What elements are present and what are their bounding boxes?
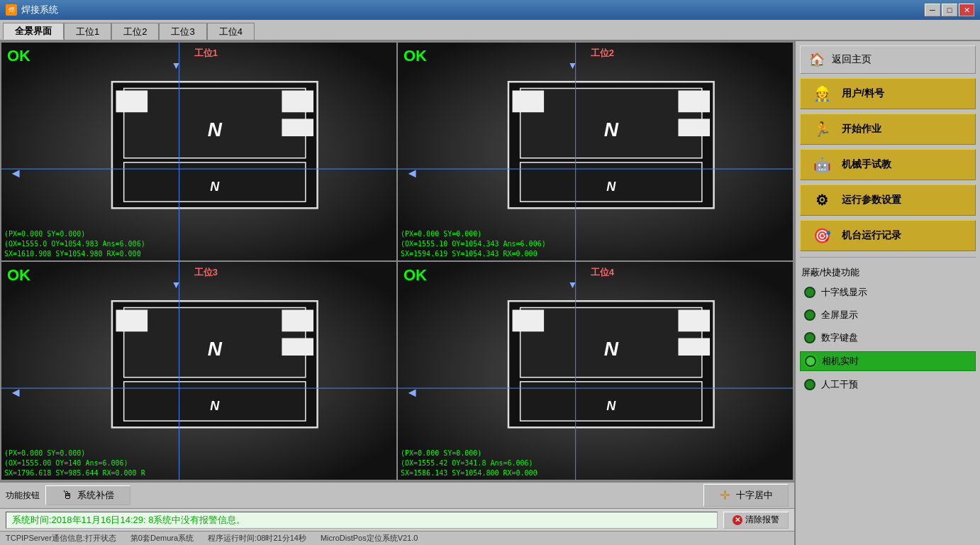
app-title: 焊接系统 bbox=[21, 4, 58, 16]
shortcut-fullscreen[interactable]: 全屏显示 bbox=[800, 306, 976, 324]
home-icon: 🏠 bbox=[809, 52, 825, 67]
status-overlay-3: (PX=0.000 SY=0.000) (OX=1555.00 OY=140 A… bbox=[4, 448, 145, 478]
station-label-1: 工位1 bbox=[194, 47, 218, 60]
close-button[interactable]: ✕ bbox=[959, 4, 974, 16]
station-label-2: 工位2 bbox=[591, 47, 614, 60]
system-comp-button[interactable]: 🖱 系统补偿 bbox=[45, 485, 130, 505]
camera-grid: N N ◄ ▼ bbox=[0, 41, 794, 481]
svg-text:N: N bbox=[208, 338, 223, 360]
tab-station4[interactable]: 工位4 bbox=[207, 23, 255, 40]
svg-rect-35 bbox=[116, 310, 148, 332]
status-overlay-4: (PX=0.000 SY=0.000) (OX=1555.42 OY=341.8… bbox=[401, 448, 538, 478]
status-bar: 系统时间:2018年11月16日14:29: 8系统中没有报警信息。 ✕ 清除报… bbox=[0, 508, 794, 531]
robot-teach-button[interactable]: 🤖 机械手试教 bbox=[800, 149, 976, 180]
shortcut-manual[interactable]: 人工干预 bbox=[800, 375, 976, 394]
manual-shortcut-label: 人工干预 bbox=[821, 378, 971, 391]
shortcut-section-label: 屏蔽/快捷功能 bbox=[800, 266, 976, 279]
func-label: 功能按钮 bbox=[6, 490, 40, 502]
gear-icon: ⚙ bbox=[809, 187, 835, 213]
svg-text:N: N bbox=[210, 399, 220, 413]
ok-label-1: OK bbox=[7, 47, 30, 65]
tab-station2[interactable]: 工位2 bbox=[111, 23, 159, 40]
svg-text:N: N bbox=[208, 119, 223, 141]
camera-cell-1: N N ◄ ▼ bbox=[1, 43, 396, 260]
left-panel: N N ◄ ▼ bbox=[0, 41, 796, 545]
tcp-info: TCPIPServer通信信息:打开状态 bbox=[6, 533, 116, 544]
status-overlay-2: (PX=0.000 SY=0.000) (OX=1555.10 OY=1054.… bbox=[401, 229, 546, 259]
status-message: 系统时间:2018年11月16日14:29: 8系统中没有报警信息。 bbox=[6, 512, 718, 529]
station-label-4: 工位4 bbox=[591, 266, 614, 279]
start-work-button[interactable]: 🏃 开始作业 bbox=[800, 114, 976, 145]
runtime-info: 程序运行时间:08时21分14秒 bbox=[208, 533, 306, 544]
user-material-button[interactable]: 👷 用户/料号 bbox=[800, 78, 976, 109]
camera-bg-1: N N ◄ ▼ bbox=[1, 43, 396, 260]
tab-station3[interactable]: 工位3 bbox=[159, 23, 206, 40]
shortcut-crosshair[interactable]: 十字线显示 bbox=[800, 283, 976, 302]
svg-text:▼: ▼ bbox=[172, 279, 182, 290]
param-settings-button[interactable]: ⚙ 运行参数设置 bbox=[800, 185, 976, 216]
fullscreen-shortcut-label: 全屏显示 bbox=[821, 309, 971, 321]
minimize-button[interactable]: ─ bbox=[925, 4, 940, 16]
clear-alarm-button[interactable]: ✕ 清除报警 bbox=[723, 512, 789, 529]
svg-text:◄: ◄ bbox=[406, 166, 418, 180]
ok-label-2: OK bbox=[403, 47, 427, 65]
shortcut-camera-realtime[interactable]: 相机实时 bbox=[800, 351, 976, 371]
svg-rect-49 bbox=[513, 310, 545, 332]
title-bar-left: 焊 焊接系统 bbox=[6, 4, 58, 16]
version-info: MicroDistPos定位系统V21.0 bbox=[321, 533, 418, 544]
app-icon: 焊 bbox=[6, 4, 17, 16]
svg-text:N: N bbox=[606, 180, 616, 194]
svg-rect-33 bbox=[282, 310, 313, 332]
tab-panorama[interactable]: 全景界面 bbox=[3, 23, 64, 40]
record-icon: 🎯 bbox=[809, 223, 835, 248]
right-divider bbox=[800, 257, 976, 258]
tab-bar: 全景界面 工位1 工位2 工位3 工位4 bbox=[0, 20, 980, 41]
home-button[interactable]: 🏠 返回主页 bbox=[800, 45, 976, 74]
svg-text:N: N bbox=[210, 180, 220, 194]
fullscreen-dot bbox=[804, 309, 815, 321]
svg-rect-47 bbox=[678, 310, 710, 332]
crosshair-dot bbox=[804, 287, 815, 298]
camera-cell-4: N N ◄ ▼ OK 工位4 (PX=0.000 SY=0.0 bbox=[398, 262, 793, 480]
right-panel: 🏠 返回主页 👷 用户/料号 🏃 开始作业 🤖 机械手试教 ⚙ 运行参数设置 🎯… bbox=[796, 41, 980, 545]
window-controls: ─ □ ✕ bbox=[925, 4, 974, 16]
svg-rect-34 bbox=[282, 338, 313, 356]
svg-rect-21 bbox=[513, 91, 545, 113]
camera-bg-3: N N ◄ ▼ bbox=[1, 262, 396, 480]
svg-rect-48 bbox=[678, 338, 710, 356]
system-comp-icon: 🖱 bbox=[62, 489, 73, 502]
ok-label-4: OK bbox=[403, 266, 427, 285]
robot-icon: 🤖 bbox=[809, 152, 835, 177]
numpad-shortcut-label: 数字键盘 bbox=[821, 331, 971, 344]
svg-text:◄: ◄ bbox=[9, 385, 22, 400]
crosshair-center-button[interactable]: ✛ 十字居中 bbox=[703, 484, 789, 507]
svg-rect-7 bbox=[116, 91, 148, 113]
user-icon: 👷 bbox=[809, 81, 835, 106]
realtime-shortcut-label: 相机实时 bbox=[822, 355, 971, 368]
shortcut-numpad[interactable]: 数字键盘 bbox=[800, 329, 976, 347]
run-icon: 🏃 bbox=[809, 116, 835, 142]
camera-bg-2: N N ◄ ▼ bbox=[398, 43, 793, 260]
svg-text:▼: ▼ bbox=[172, 60, 182, 71]
maximize-button[interactable]: □ bbox=[942, 4, 957, 16]
svg-rect-6 bbox=[282, 119, 313, 136]
footer-bar: TCPIPServer通信信息:打开状态 第0套Demura系统 程序运行时间:… bbox=[0, 531, 794, 545]
bottom-bar: 功能按钮 🖱 系统补偿 ✛ 十字居中 bbox=[0, 481, 794, 508]
tab-station1[interactable]: 工位1 bbox=[64, 23, 111, 40]
ok-label-3: OK bbox=[7, 266, 30, 285]
svg-text:▼: ▼ bbox=[568, 60, 578, 71]
camera-bg-4: N N ◄ ▼ bbox=[398, 262, 793, 480]
realtime-dot bbox=[805, 356, 816, 367]
svg-text:▼: ▼ bbox=[568, 279, 578, 290]
main-layout: N N ◄ ▼ bbox=[0, 41, 980, 545]
status-overlay-1: (PX=0.000 SY=0.000) (OX=1555.0 OY=1054.9… bbox=[4, 229, 145, 259]
svg-rect-20 bbox=[678, 119, 710, 136]
svg-text:N: N bbox=[604, 119, 619, 141]
svg-text:N: N bbox=[606, 399, 616, 413]
svg-rect-19 bbox=[678, 91, 710, 113]
numpad-dot bbox=[804, 332, 815, 343]
run-record-button[interactable]: 🎯 机台运行记录 bbox=[800, 220, 976, 251]
svg-text:◄: ◄ bbox=[406, 385, 418, 400]
title-bar: 焊 焊接系统 ─ □ ✕ bbox=[0, 0, 980, 20]
clear-icon: ✕ bbox=[733, 515, 742, 525]
